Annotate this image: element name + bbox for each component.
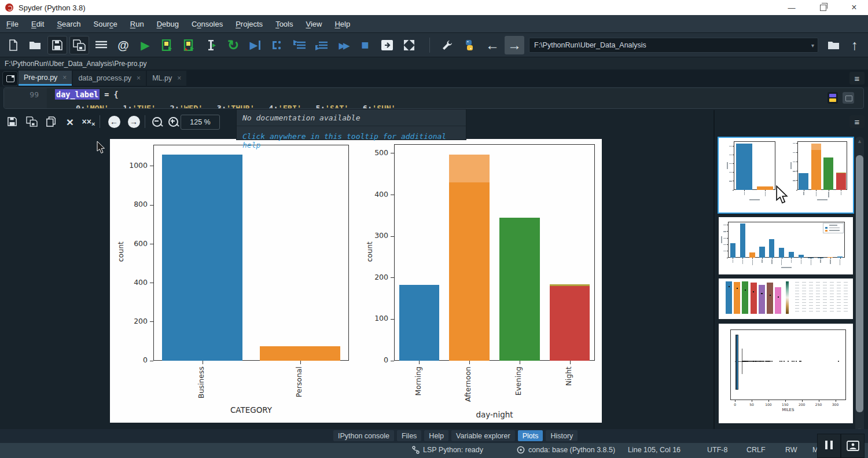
menu-run[interactable]: Run (124, 20, 150, 28)
browse-tabs-button[interactable] (2, 71, 18, 86)
thumbnail-scrollbar-thumb[interactable] (856, 155, 863, 412)
new-file-button[interactable] (3, 36, 23, 54)
pane-tab-plots[interactable]: Plots (518, 430, 543, 441)
remove-all-plots-button[interactable]: × × × (80, 113, 97, 130)
run-selection-button[interactable] (201, 36, 221, 54)
x-tick-smudge (733, 259, 733, 263)
remove-all-icon-1: × (82, 118, 87, 126)
plot-thumbnail-2[interactable] (719, 217, 853, 274)
outline-explorer-button[interactable] (91, 36, 111, 54)
next-plot-button[interactable]: → (125, 113, 142, 130)
menu-debug[interactable]: Debug (150, 20, 185, 28)
menu-consoles[interactable]: Consoles (185, 20, 229, 28)
legend-swatch (825, 227, 827, 229)
plot-canvas[interactable]: 02004006008001000BusinessPersonalCATEGOR… (110, 139, 602, 423)
breadcrumb: F:\PythonRun\Uber_Data_Analysis\Pre-pro.… (0, 57, 868, 69)
x-tick (765, 190, 766, 191)
pane-tab-history[interactable]: History (546, 430, 578, 441)
editor-tab-Pre-pro.py[interactable]: Pre-pro.py× (19, 71, 72, 86)
working-directory-input[interactable] (529, 41, 811, 49)
pane-tab-variable-explorer[interactable]: Variable explorer (451, 430, 515, 441)
menu-source[interactable]: Source (87, 20, 124, 28)
pane-tab-help[interactable]: Help (424, 430, 448, 441)
restore-button[interactable] (810, 0, 836, 15)
maximize-pane-button[interactable] (377, 36, 397, 54)
mini-marker (745, 290, 746, 291)
working-directory-combobox[interactable]: ▾ (529, 38, 818, 53)
menu-projects[interactable]: Projects (229, 20, 269, 28)
step-into-button[interactable] (289, 36, 309, 54)
remove-plot-button[interactable]: × (61, 113, 79, 130)
menu-view[interactable]: View (299, 20, 328, 28)
faint-table-cell (809, 308, 813, 309)
pane-tab-files[interactable]: Files (397, 430, 421, 441)
menu-edit[interactable]: Edit (25, 20, 50, 28)
y-tick-smudge (793, 162, 796, 162)
forward-button[interactable]: → (505, 36, 524, 54)
code-editor[interactable]: 99 day_label = { 0:'MON', 1:'TUE', 2:'WE… (3, 87, 864, 109)
menu-help[interactable]: Help (328, 20, 356, 28)
category-count-bar (260, 346, 340, 361)
previous-plot-button[interactable]: ← (105, 113, 123, 130)
plot-thumbnail-4[interactable]: 050100150200250300MILES (719, 324, 853, 423)
y-tick (391, 319, 394, 320)
stop-button[interactable]: ■ (355, 36, 375, 54)
close-button[interactable]: × (841, 0, 867, 15)
rerun-cell-button[interactable]: ↻ (223, 36, 243, 54)
preferences-button[interactable] (437, 36, 457, 54)
back-arrow-icon: ← (486, 38, 499, 52)
tab-close-icon[interactable]: × (137, 74, 141, 82)
plot-viewer-button[interactable] (841, 434, 865, 458)
zoom-out-button[interactable] (148, 113, 165, 130)
menu-tools[interactable]: Tools (269, 20, 299, 28)
pythonpath-manager-button[interactable] (459, 36, 479, 54)
copy-plot-button[interactable] (43, 113, 60, 130)
editor-split-icon[interactable] (843, 92, 854, 104)
tab-close-icon[interactable]: × (177, 74, 181, 82)
y-tick (150, 283, 153, 283)
run-file-button[interactable]: ▶ (135, 36, 155, 54)
y-tick (727, 258, 728, 258)
zoom-in-button[interactable] (164, 113, 182, 130)
mini-marker (737, 288, 738, 289)
save-plot-button[interactable] (3, 113, 21, 130)
save-button[interactable] (47, 36, 67, 54)
step-button[interactable] (267, 36, 287, 54)
run-cell-button[interactable] (157, 36, 177, 54)
step-return-button[interactable] (311, 36, 331, 54)
tab-close-icon[interactable]: × (62, 74, 67, 82)
menu-file[interactable]: File (0, 20, 25, 28)
faint-table-cell (802, 294, 806, 294)
minimize-button[interactable]: — (779, 0, 804, 15)
scroll-up-icon[interactable]: ▲ (856, 138, 863, 144)
fullscreen-button[interactable] (399, 36, 419, 54)
x-tick-smudge (742, 259, 743, 264)
save-all-button[interactable] (69, 36, 89, 54)
run-cell-advance-button[interactable] (179, 36, 199, 54)
menu-search[interactable]: Search (50, 20, 87, 28)
debug-file-button[interactable]: ▶ (245, 36, 265, 54)
browse-directory-button[interactable] (824, 36, 844, 54)
x-tick-label: 200 (797, 402, 807, 406)
parent-directory-button[interactable]: ↑ (845, 36, 865, 54)
editor-tab-ML.py[interactable]: ML.py× (147, 71, 186, 86)
back-button[interactable]: ← (483, 36, 502, 54)
continue-button[interactable]: ▶▶ (333, 36, 353, 54)
editor-options-button[interactable]: ≡ (849, 72, 865, 85)
symbol-finder-button[interactable]: @ (113, 36, 133, 54)
plots-options-button[interactable]: ≡ (849, 115, 865, 128)
pane-tab-ipython-console[interactable]: IPython console (333, 430, 394, 441)
chevron-down-icon[interactable]: ▾ (811, 42, 818, 49)
pause-button[interactable] (817, 434, 841, 458)
editor-tab-data_process.py[interactable]: data_process.py× (73, 71, 146, 86)
help-tooltip[interactable]: No documentation available Click anywher… (236, 109, 466, 140)
code-line-99: day_label = { (55, 90, 119, 99)
plot-thumbnail-3[interactable] (719, 279, 853, 319)
zoom-out-icon (152, 117, 162, 127)
faint-table-cell (837, 308, 841, 309)
lsp-icon (412, 446, 420, 454)
legend-box (823, 223, 844, 233)
open-file-button[interactable] (25, 36, 45, 54)
pane-tab-row: IPython consoleFilesHelpVariable explore… (0, 429, 868, 443)
save-all-plots-button[interactable] (23, 113, 41, 130)
